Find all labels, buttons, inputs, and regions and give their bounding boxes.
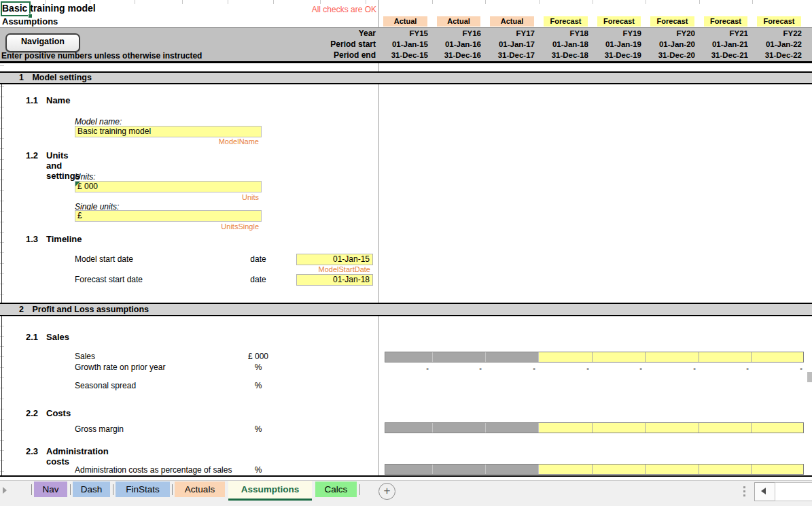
range-name-label: ModelStartDate: [268, 265, 370, 273]
sheet-tab-finstats[interactable]: FinStats: [116, 482, 170, 497]
section-band-profit-loss: 2 Profit and Loss assumptions: [0, 303, 812, 316]
column-period-end-cell: 31-Dec-19: [593, 50, 646, 61]
subsection-number: 1.1: [26, 95, 38, 105]
sales-input-cell[interactable]: [539, 352, 593, 362]
growth-value-cell: -: [646, 363, 699, 373]
column-period-end-cell: 31-Dec-16: [432, 50, 485, 61]
row-gridline-stubs: [0, 65, 4, 475]
sales-input-cell[interactable]: [433, 352, 486, 362]
sales-input-cell[interactable]: [752, 352, 803, 362]
gridline-stub: [320, 0, 321, 4]
range-name-label: Units: [157, 193, 259, 201]
sales-input-cell[interactable]: [486, 352, 540, 362]
admin-costs-label: Administration costs as percentage of sa…: [75, 465, 232, 475]
checks-status: All checks are OK: [258, 5, 376, 14]
column-type-cell: Forecast: [544, 16, 588, 27]
instruction-text: Enter positive numbers unless otherwise …: [1, 51, 202, 61]
range-name-label: ModelName: [157, 137, 259, 146]
column-year-cell: FY20: [646, 28, 699, 39]
sales-input-cell[interactable]: [593, 352, 646, 362]
sales-input-cell[interactable]: [385, 352, 433, 362]
column-period-end-cell: 31-Dec-20: [646, 50, 699, 61]
section-title: Profit and Loss assumptions: [32, 304, 149, 315]
column-period-start-cell: 01-Jan-20: [646, 39, 699, 50]
tab-scroll-right-icon[interactable]: [3, 487, 7, 494]
gross-margin-input-cell[interactable]: [752, 423, 803, 433]
error-indicator-icon: [75, 182, 80, 186]
admin-costs-input-cell[interactable]: [646, 465, 699, 474]
subsection-title: Name: [46, 95, 70, 105]
admin-costs-input-cell[interactable]: [486, 465, 540, 474]
gridline-stub: [539, 0, 540, 4]
unit-label: %: [240, 465, 277, 475]
sheet-tab-calcs[interactable]: Calcs: [315, 482, 357, 497]
gridline-stub: [366, 0, 366, 4]
model-start-date-input[interactable]: 01-Jan-15: [296, 254, 373, 265]
section-title: Model settings: [32, 73, 92, 83]
gridline-stub: [699, 0, 700, 4]
model-name-input[interactable]: Basic training model: [75, 126, 262, 137]
unit-label: £ 000: [240, 352, 277, 361]
gross-margin-input-cell[interactable]: [593, 423, 646, 433]
admin-costs-input-cell[interactable]: [699, 465, 752, 474]
single-units-input[interactable]: £: [75, 210, 262, 222]
tab-resize-handle[interactable]: [743, 486, 745, 488]
admin-costs-input-cell[interactable]: [593, 465, 646, 474]
admin-costs-input-cell[interactable]: [433, 465, 486, 474]
column-year-cell: FY21: [699, 28, 752, 39]
growth-value-cell: -: [593, 363, 646, 373]
year-label: Year: [204, 28, 376, 39]
hscroll-left-button[interactable]: [754, 482, 776, 501]
admin-costs-input-cell[interactable]: [752, 465, 803, 474]
gridline-stub: [135, 0, 135, 4]
subsection-number: 2.2: [26, 408, 38, 418]
admin-costs-input-cell[interactable]: [385, 465, 433, 474]
section-left-border: [1, 71, 2, 476]
forecast-start-date-input[interactable]: 01-Jan-18: [296, 274, 373, 286]
tab-resize-handle[interactable]: [743, 490, 745, 492]
forecast-start-date-label: Forecast start date: [75, 275, 143, 284]
sales-input-cell[interactable]: [646, 352, 699, 362]
gridline-stub: [432, 0, 433, 4]
unit-label: %: [240, 424, 277, 434]
column-type-cell: Actual: [383, 16, 427, 27]
cell-selection-border: [1, 1, 31, 16]
gross-margin-input-cell[interactable]: [699, 423, 752, 433]
add-sheet-button[interactable]: +: [378, 483, 395, 500]
sheet-tab-actuals[interactable]: Actuals: [175, 482, 225, 497]
sheet-tab-assumptions[interactable]: Assumptions: [228, 481, 312, 501]
gross-margin-input-cell[interactable]: [433, 423, 486, 433]
column-type-cell: Forecast: [704, 16, 747, 27]
gross-margin-input-cell[interactable]: [539, 423, 593, 433]
gross-margin-input-cell[interactable]: [385, 423, 433, 433]
tab-resize-handle[interactable]: [743, 494, 745, 496]
vertical-scrollbar-thumb[interactable]: [807, 372, 812, 382]
units-label: Units:: [75, 172, 96, 182]
column-period-start-cell: 01-Jan-21: [699, 39, 752, 50]
column-type-cell: Actual: [490, 16, 534, 27]
growth-value-cell: -: [752, 363, 806, 373]
column-year-cell: FY15: [378, 28, 432, 39]
units-input[interactable]: £ 000: [75, 181, 262, 192]
tab-separator: [359, 484, 360, 495]
gridline-stub: [228, 0, 228, 4]
column-period-start-cell: 01-Jan-19: [593, 39, 646, 50]
sheet-tab-dash[interactable]: Dash: [73, 482, 110, 497]
admin-costs-input-cell[interactable]: [539, 465, 593, 474]
sheet-tab-nav[interactable]: Nav: [34, 482, 67, 497]
navigation-button[interactable]: Navigation: [5, 33, 80, 52]
subsection-title: Sales: [46, 332, 69, 342]
column-period-end-cell: 31-Dec-22: [752, 50, 806, 61]
column-year-cell: FY19: [593, 28, 646, 39]
column-period-end-cell: 31-Dec-15: [378, 50, 432, 61]
hscroll-track[interactable]: [775, 482, 812, 501]
gross-margin-input-cell[interactable]: [646, 423, 699, 433]
sales-row-label: Sales: [75, 352, 95, 361]
gross-margin-input-cell[interactable]: [486, 423, 540, 433]
unit-label: date: [240, 254, 277, 264]
column-period-start-cell: 01-Jan-15: [378, 39, 432, 50]
sheet-title: Assumptions: [2, 16, 58, 27]
gridline-stub: [646, 0, 646, 4]
sales-input-cell[interactable]: [699, 352, 752, 362]
subsection-number: 2.1: [26, 332, 38, 342]
